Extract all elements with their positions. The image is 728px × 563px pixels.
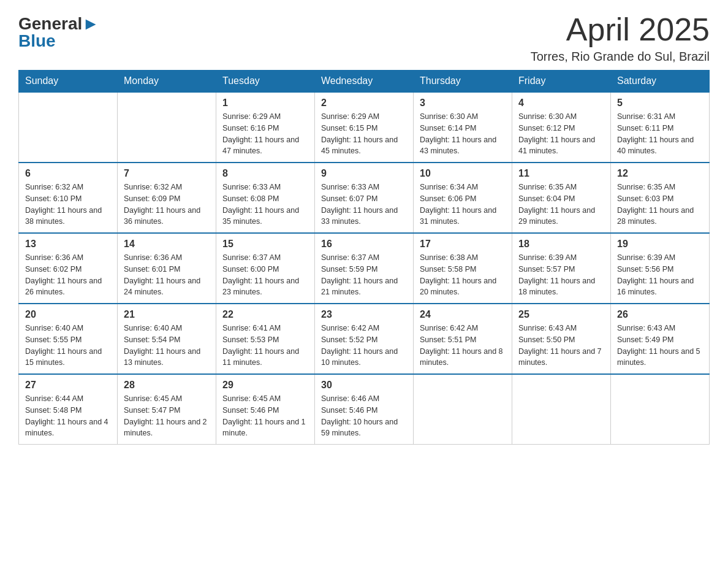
calendar-cell: 3Sunrise: 6:30 AMSunset: 6:14 PMDaylight… bbox=[414, 92, 512, 163]
day-info: Sunrise: 6:40 AMSunset: 5:55 PMDaylight:… bbox=[25, 323, 111, 369]
location-title: Torres, Rio Grande do Sul, Brazil bbox=[531, 50, 710, 64]
day-info: Sunrise: 6:37 AMSunset: 5:59 PMDaylight:… bbox=[321, 252, 407, 298]
calendar-week-row: 27Sunrise: 6:44 AMSunset: 5:48 PMDayligh… bbox=[19, 374, 710, 445]
day-number: 2 bbox=[321, 98, 407, 109]
day-info: Sunrise: 6:41 AMSunset: 5:53 PMDaylight:… bbox=[222, 323, 308, 369]
day-info: Sunrise: 6:32 AMSunset: 6:09 PMDaylight:… bbox=[124, 182, 210, 228]
calendar-cell: 15Sunrise: 6:37 AMSunset: 6:00 PMDayligh… bbox=[216, 233, 315, 304]
day-number: 25 bbox=[518, 309, 604, 320]
day-number: 28 bbox=[124, 380, 210, 391]
logo-arrow-icon: ► bbox=[82, 14, 99, 33]
day-number: 3 bbox=[420, 98, 506, 109]
calendar-cell: 13Sunrise: 6:36 AMSunset: 6:02 PMDayligh… bbox=[19, 233, 118, 304]
calendar-week-row: 13Sunrise: 6:36 AMSunset: 6:02 PMDayligh… bbox=[19, 233, 710, 304]
day-info: Sunrise: 6:46 AMSunset: 5:46 PMDaylight:… bbox=[321, 393, 407, 439]
day-info: Sunrise: 6:39 AMSunset: 5:57 PMDaylight:… bbox=[518, 252, 604, 298]
logo: General► Blue bbox=[18, 12, 99, 50]
calendar-cell: 30Sunrise: 6:46 AMSunset: 5:46 PMDayligh… bbox=[315, 374, 414, 445]
day-info: Sunrise: 6:36 AMSunset: 6:02 PMDaylight:… bbox=[25, 252, 111, 298]
day-info: Sunrise: 6:31 AMSunset: 6:11 PMDaylight:… bbox=[617, 111, 703, 157]
day-info: Sunrise: 6:42 AMSunset: 5:51 PMDaylight:… bbox=[420, 323, 506, 369]
day-number: 13 bbox=[25, 239, 111, 250]
day-number: 8 bbox=[222, 168, 308, 179]
calendar-cell bbox=[118, 92, 216, 163]
calendar-cell: 22Sunrise: 6:41 AMSunset: 5:53 PMDayligh… bbox=[216, 304, 315, 374]
day-info: Sunrise: 6:29 AMSunset: 6:15 PMDaylight:… bbox=[321, 111, 407, 157]
day-info: Sunrise: 6:33 AMSunset: 6:07 PMDaylight:… bbox=[321, 182, 407, 228]
day-number: 9 bbox=[321, 168, 407, 179]
day-info: Sunrise: 6:43 AMSunset: 5:50 PMDaylight:… bbox=[518, 323, 604, 369]
day-info: Sunrise: 6:37 AMSunset: 6:00 PMDaylight:… bbox=[222, 252, 308, 298]
calendar-cell: 21Sunrise: 6:40 AMSunset: 5:54 PMDayligh… bbox=[118, 304, 216, 374]
calendar-cell: 8Sunrise: 6:33 AMSunset: 6:08 PMDaylight… bbox=[216, 163, 315, 233]
calendar-cell: 10Sunrise: 6:34 AMSunset: 6:06 PMDayligh… bbox=[414, 163, 512, 233]
calendar-cell: 23Sunrise: 6:42 AMSunset: 5:52 PMDayligh… bbox=[315, 304, 414, 374]
day-info: Sunrise: 6:45 AMSunset: 5:47 PMDaylight:… bbox=[124, 393, 210, 439]
calendar-cell: 17Sunrise: 6:38 AMSunset: 5:58 PMDayligh… bbox=[414, 233, 512, 304]
calendar-cell: 1Sunrise: 6:29 AMSunset: 6:16 PMDaylight… bbox=[216, 92, 315, 163]
weekday-header-thursday: Thursday bbox=[414, 71, 512, 93]
calendar-cell: 20Sunrise: 6:40 AMSunset: 5:55 PMDayligh… bbox=[19, 304, 118, 374]
day-number: 4 bbox=[518, 98, 604, 109]
day-info: Sunrise: 6:36 AMSunset: 6:01 PMDaylight:… bbox=[124, 252, 210, 298]
weekday-header-row: SundayMondayTuesdayWednesdayThursdayFrid… bbox=[19, 71, 710, 93]
day-number: 21 bbox=[124, 309, 210, 320]
day-number: 1 bbox=[222, 98, 308, 109]
calendar-cell: 18Sunrise: 6:39 AMSunset: 5:57 PMDayligh… bbox=[512, 233, 611, 304]
day-number: 5 bbox=[617, 98, 703, 109]
calendar-table: SundayMondayTuesdayWednesdayThursdayFrid… bbox=[18, 70, 710, 445]
weekday-header-wednesday: Wednesday bbox=[315, 71, 414, 93]
calendar-cell: 28Sunrise: 6:45 AMSunset: 5:47 PMDayligh… bbox=[118, 374, 216, 445]
calendar-week-row: 6Sunrise: 6:32 AMSunset: 6:10 PMDaylight… bbox=[19, 163, 710, 233]
calendar-cell: 27Sunrise: 6:44 AMSunset: 5:48 PMDayligh… bbox=[19, 374, 118, 445]
month-title: April 2025 bbox=[531, 12, 710, 47]
day-info: Sunrise: 6:30 AMSunset: 6:12 PMDaylight:… bbox=[518, 111, 604, 157]
day-number: 29 bbox=[222, 380, 308, 391]
calendar-cell bbox=[19, 92, 118, 163]
day-info: Sunrise: 6:32 AMSunset: 6:10 PMDaylight:… bbox=[25, 182, 111, 228]
day-number: 17 bbox=[420, 239, 506, 250]
calendar-cell: 16Sunrise: 6:37 AMSunset: 5:59 PMDayligh… bbox=[315, 233, 414, 304]
day-number: 27 bbox=[25, 380, 111, 391]
day-info: Sunrise: 6:38 AMSunset: 5:58 PMDaylight:… bbox=[420, 252, 506, 298]
day-number: 30 bbox=[321, 380, 407, 391]
day-info: Sunrise: 6:29 AMSunset: 6:16 PMDaylight:… bbox=[222, 111, 308, 157]
day-info: Sunrise: 6:33 AMSunset: 6:08 PMDaylight:… bbox=[222, 182, 308, 228]
calendar-cell: 7Sunrise: 6:32 AMSunset: 6:09 PMDaylight… bbox=[118, 163, 216, 233]
calendar-cell: 14Sunrise: 6:36 AMSunset: 6:01 PMDayligh… bbox=[118, 233, 216, 304]
day-info: Sunrise: 6:34 AMSunset: 6:06 PMDaylight:… bbox=[420, 182, 506, 228]
day-info: Sunrise: 6:43 AMSunset: 5:49 PMDaylight:… bbox=[617, 323, 703, 369]
day-number: 6 bbox=[25, 168, 111, 179]
calendar-cell: 5Sunrise: 6:31 AMSunset: 6:11 PMDaylight… bbox=[611, 92, 710, 163]
logo-blue: Blue bbox=[18, 33, 56, 50]
weekday-header-tuesday: Tuesday bbox=[216, 71, 315, 93]
calendar-cell: 12Sunrise: 6:35 AMSunset: 6:03 PMDayligh… bbox=[611, 163, 710, 233]
logo-general: General► bbox=[18, 15, 99, 33]
day-info: Sunrise: 6:45 AMSunset: 5:46 PMDaylight:… bbox=[222, 393, 308, 439]
day-number: 7 bbox=[124, 168, 210, 179]
day-info: Sunrise: 6:35 AMSunset: 6:03 PMDaylight:… bbox=[617, 182, 703, 228]
calendar-cell: 2Sunrise: 6:29 AMSunset: 6:15 PMDaylight… bbox=[315, 92, 414, 163]
day-number: 20 bbox=[25, 309, 111, 320]
day-number: 10 bbox=[420, 168, 506, 179]
day-info: Sunrise: 6:40 AMSunset: 5:54 PMDaylight:… bbox=[124, 323, 210, 369]
day-number: 24 bbox=[420, 309, 506, 320]
page-header: General► Blue April 2025 Torres, Rio Gra… bbox=[18, 12, 710, 64]
day-info: Sunrise: 6:35 AMSunset: 6:04 PMDaylight:… bbox=[518, 182, 604, 228]
weekday-header-friday: Friday bbox=[512, 71, 611, 93]
day-info: Sunrise: 6:42 AMSunset: 5:52 PMDaylight:… bbox=[321, 323, 407, 369]
calendar-cell bbox=[512, 374, 611, 445]
day-info: Sunrise: 6:30 AMSunset: 6:14 PMDaylight:… bbox=[420, 111, 506, 157]
calendar-cell: 19Sunrise: 6:39 AMSunset: 5:56 PMDayligh… bbox=[611, 233, 710, 304]
day-number: 14 bbox=[124, 239, 210, 250]
title-block: April 2025 Torres, Rio Grande do Sul, Br… bbox=[531, 12, 710, 64]
calendar-cell: 24Sunrise: 6:42 AMSunset: 5:51 PMDayligh… bbox=[414, 304, 512, 374]
day-number: 11 bbox=[518, 168, 604, 179]
calendar-cell: 6Sunrise: 6:32 AMSunset: 6:10 PMDaylight… bbox=[19, 163, 118, 233]
calendar-cell: 4Sunrise: 6:30 AMSunset: 6:12 PMDaylight… bbox=[512, 92, 611, 163]
calendar-week-row: 1Sunrise: 6:29 AMSunset: 6:16 PMDaylight… bbox=[19, 92, 710, 163]
weekday-header-monday: Monday bbox=[118, 71, 216, 93]
day-number: 19 bbox=[617, 239, 703, 250]
calendar-cell: 11Sunrise: 6:35 AMSunset: 6:04 PMDayligh… bbox=[512, 163, 611, 233]
weekday-header-saturday: Saturday bbox=[611, 71, 710, 93]
